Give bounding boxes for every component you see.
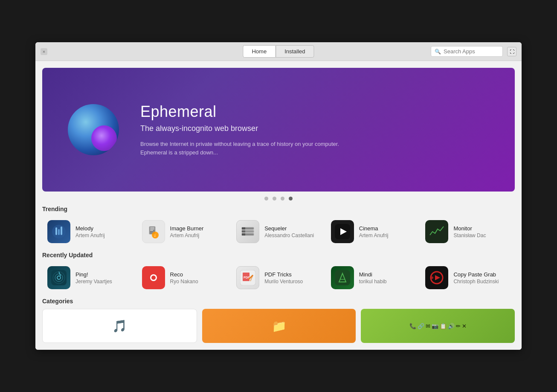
carousel-dots bbox=[42, 197, 515, 200]
svg-rect-18 bbox=[429, 224, 444, 239]
app-item-melody[interactable]: Melody Artem Anufrij bbox=[42, 217, 137, 247]
tab-home[interactable]: Home bbox=[243, 45, 276, 58]
image-burner-name: Image Burner bbox=[170, 225, 204, 232]
svg-point-38 bbox=[431, 276, 433, 279]
copy-paste-grab-icon bbox=[425, 266, 448, 289]
main-content: Ephemeral The always-incognito web brows… bbox=[35, 61, 522, 350]
svg-rect-2 bbox=[58, 229, 60, 235]
reco-name: Reco bbox=[170, 271, 198, 278]
image-burner-icon: ↓ bbox=[142, 220, 165, 243]
hero-description: Browse the Internet in private without l… bbox=[140, 140, 345, 157]
app-item-reco[interactable]: Reco Ryo Nakano bbox=[137, 263, 232, 293]
close-button[interactable]: × bbox=[41, 48, 47, 55]
ping-icon bbox=[47, 266, 70, 289]
trending-title: Trending bbox=[42, 206, 515, 212]
category-icons-3: 📞 🔗 ✉ 📷 📋 🔊 ✏ ✕ bbox=[407, 320, 469, 332]
melody-info: Melody Artem Anufrij bbox=[75, 225, 105, 238]
svg-rect-13 bbox=[242, 227, 245, 229]
recently-updated-title: Recently Updated bbox=[42, 252, 515, 258]
hero-text: Ephemeral The always-incognito web brows… bbox=[140, 103, 345, 157]
pdf-tricks-icon: PDF bbox=[236, 266, 259, 289]
pdf-tricks-author: Murilo Venturoso bbox=[264, 279, 303, 285]
trending-grid: Melody Artem Anufrij ↓ Image B bbox=[42, 217, 515, 247]
tab-installed[interactable]: Installed bbox=[276, 45, 314, 58]
svg-text:↓: ↓ bbox=[154, 232, 156, 238]
app-item-image-burner[interactable]: ↓ Image Burner Artem Anufrij bbox=[137, 217, 232, 247]
carousel-dot-3[interactable] bbox=[281, 197, 284, 200]
svg-rect-5 bbox=[150, 227, 154, 228]
category-card-2[interactable]: 📁 bbox=[202, 309, 356, 343]
svg-rect-14 bbox=[242, 230, 245, 232]
melody-name: Melody bbox=[75, 225, 105, 232]
app-item-mindi[interactable]: Mindi torikul habib bbox=[326, 263, 421, 293]
carousel-dot-4[interactable] bbox=[289, 197, 293, 200]
sequeler-author: Alessandro Castellani bbox=[264, 232, 314, 238]
category-card-1[interactable]: 🎵 bbox=[42, 309, 197, 343]
app-item-monitor[interactable]: Monitor Stanisław Dac bbox=[420, 217, 515, 247]
app-item-pdf-tricks[interactable]: PDF PDF Tricks Murilo Venturoso bbox=[231, 263, 326, 293]
svg-rect-3 bbox=[61, 226, 62, 235]
recently-updated-grid: Ping! Jeremy Vaartjes Reco Ryo Nakano bbox=[42, 263, 515, 293]
ping-author: Jeremy Vaartjes bbox=[75, 279, 112, 285]
app-item-sequeler[interactable]: Sequeler Alessandro Castellani bbox=[231, 217, 326, 247]
monitor-author: Stanisław Dac bbox=[453, 232, 486, 238]
copy-paste-grab-name: Copy Paste Grab bbox=[453, 271, 499, 278]
hero-subtitle: The always-incognito web browser bbox=[140, 124, 345, 133]
pdf-tricks-name: PDF Tricks bbox=[264, 271, 303, 278]
mindi-icon bbox=[331, 266, 354, 289]
hero-banner[interactable]: Ephemeral The always-incognito web brows… bbox=[42, 68, 515, 192]
expand-button[interactable]: ⛶ bbox=[507, 47, 516, 56]
app-item-cinema[interactable]: Cinema Artem Anufrij bbox=[326, 217, 421, 247]
hero-title: Ephemeral bbox=[140, 103, 345, 121]
melody-author: Artem Anufrij bbox=[75, 232, 105, 238]
category-card-3[interactable]: 📞 🔗 ✉ 📷 📋 🔊 ✏ ✕ bbox=[361, 309, 515, 343]
image-burner-author: Artem Anufrij bbox=[170, 232, 204, 238]
ping-info: Ping! Jeremy Vaartjes bbox=[75, 271, 112, 285]
monitor-name: Monitor bbox=[453, 225, 486, 232]
cinema-icon bbox=[331, 220, 354, 243]
titlebar: × Home Installed 🔍 ⛶ bbox=[35, 42, 522, 61]
sequeler-info: Sequeler Alessandro Castellani bbox=[264, 225, 314, 238]
image-burner-info: Image Burner Artem Anufrij bbox=[170, 225, 204, 238]
svg-rect-1 bbox=[55, 227, 57, 235]
reco-author: Ryo Nakano bbox=[170, 279, 198, 285]
melody-icon bbox=[47, 220, 70, 243]
sequeler-name: Sequeler bbox=[264, 225, 314, 232]
svg-rect-7 bbox=[150, 230, 153, 231]
carousel-dot-2[interactable] bbox=[273, 197, 276, 200]
categories-grid: 🎵 📁 📞 🔗 ✉ 📷 📋 🔊 ✏ ✕ bbox=[42, 309, 515, 350]
nav-tabs: Home Installed bbox=[243, 45, 314, 58]
reco-info: Reco Ryo Nakano bbox=[170, 271, 198, 285]
mindi-name: Mindi bbox=[359, 271, 387, 278]
svg-rect-15 bbox=[242, 233, 245, 235]
cinema-name: Cinema bbox=[359, 225, 389, 232]
svg-rect-6 bbox=[150, 229, 154, 229]
carousel-dot-1[interactable] bbox=[264, 197, 268, 200]
reco-icon bbox=[142, 266, 165, 289]
app-item-ping[interactable]: Ping! Jeremy Vaartjes bbox=[42, 263, 137, 293]
ping-name: Ping! bbox=[75, 271, 112, 278]
mindi-info: Mindi torikul habib bbox=[359, 271, 387, 285]
copy-paste-grab-author: Christoph Budzinski bbox=[453, 279, 499, 285]
svg-point-26 bbox=[151, 276, 156, 280]
categories-title: Categories bbox=[42, 298, 515, 305]
cinema-info: Cinema Artem Anufrij bbox=[359, 225, 389, 238]
monitor-icon bbox=[425, 220, 448, 243]
monitor-info: Monitor Stanisław Dac bbox=[453, 225, 486, 238]
search-icon: 🔍 bbox=[435, 49, 441, 55]
search-box: 🔍 bbox=[431, 46, 503, 57]
sequeler-icon bbox=[236, 220, 259, 243]
app-window: × Home Installed 🔍 ⛶ Ephemeral The alway… bbox=[35, 42, 522, 350]
mindi-author: torikul habib bbox=[359, 279, 387, 285]
pdf-tricks-info: PDF Tricks Murilo Venturoso bbox=[264, 271, 303, 285]
search-input[interactable] bbox=[444, 48, 499, 55]
category-icons-1: 🎵 bbox=[109, 316, 131, 337]
cinema-author: Artem Anufrij bbox=[359, 232, 389, 238]
category-icons-2: 📁 bbox=[268, 316, 290, 337]
copy-paste-grab-info: Copy Paste Grab Christoph Budzinski bbox=[453, 271, 499, 285]
app-item-copy-paste-grab[interactable]: Copy Paste Grab Christoph Budzinski bbox=[420, 263, 515, 293]
hero-app-icon bbox=[68, 104, 119, 155]
